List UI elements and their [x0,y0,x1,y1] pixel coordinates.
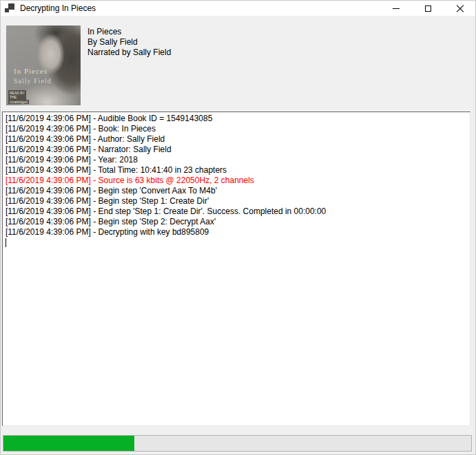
log-line: [11/6/2019 4:39:06 PM] - Narrator: Sally… [6,145,467,155]
log-textbox[interactable]: [11/6/2019 4:39:06 PM] - Audible Book ID… [2,112,470,426]
log-line: [11/6/2019 4:39:06 PM] - End step 'Step … [6,207,467,217]
text-caret [6,238,6,247]
cover-author-text: Sally Field [14,77,52,85]
log-caret-line [6,237,467,248]
close-icon [456,5,464,12]
cover-title-text: In Pieces [14,67,48,75]
app-window: Decrypting In Pieces In Pieces Sally Fie… [0,0,476,455]
log-line: [11/6/2019 4:39:06 PM] - Total Time: 10:… [6,165,467,176]
close-button[interactable] [444,1,475,16]
titlebar[interactable]: Decrypting In Pieces [1,1,475,16]
book-narrator: Narrated by Sally Field [87,47,171,58]
log-line: [11/6/2019 4:39:06 PM] - Author: Sally F… [6,134,467,145]
log-line: [11/6/2019 4:39:06 PM] - Begin step 'Ste… [6,217,467,227]
maximize-button[interactable] [412,1,444,16]
app-icon[interactable] [5,3,14,13]
log-line: [11/6/2019 4:39:06 PM] - Begin step 'Con… [6,186,467,196]
log-line: [11/6/2019 4:39:06 PM] - Decrypting with… [6,227,467,237]
window-title: Decrypting In Pieces [20,3,96,13]
progress-bar-fill [3,436,134,451]
app-icon-square-small [5,8,9,12]
progress-bar [3,435,472,452]
log-line: [11/6/2019 4:39:06 PM] - Audible Book ID… [6,114,467,124]
minimize-icon [393,8,400,9]
book-cover-image: In Pieces Sally Field READ BY THE AUTHOR… [6,25,81,105]
log-line: [11/6/2019 4:39:06 PM] - Book: In Pieces [6,124,467,134]
book-title: In Pieces [87,27,171,37]
book-info: In Pieces By Sally Field Narrated by Sal… [87,27,171,58]
log-line: [11/6/2019 4:39:06 PM] - Begin step 'Ste… [6,196,467,207]
log-line-error: [11/6/2019 4:39:06 PM] - Source is 63 kb… [6,176,467,186]
cover-edition-badge: Unabridged [8,100,29,104]
minimize-button[interactable] [380,1,412,16]
window-controls [380,1,475,16]
maximize-icon [425,6,431,12]
app-icon-square-large [8,3,14,10]
book-author: By Sally Field [87,37,171,47]
log-line: [11/6/2019 4:39:06 PM] - Year: 2018 [6,155,467,165]
